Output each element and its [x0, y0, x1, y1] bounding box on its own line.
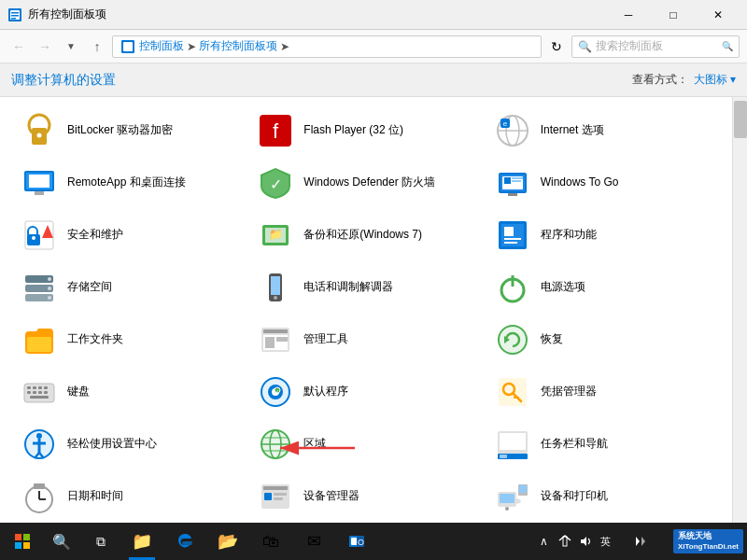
search-icon: 🔍	[578, 40, 592, 53]
control-item-defaultprog[interactable]: ✓默认程序	[247, 366, 484, 418]
svg-point-81	[36, 433, 42, 439]
taskbar-mail[interactable]: ✉	[293, 523, 334, 560]
svg-rect-103	[274, 493, 287, 496]
items-grid: BitLocker 驱动器加密fFlash Player (32 位)eInte…	[11, 105, 721, 523]
security-label: 安全和维护	[67, 228, 123, 243]
keyboard-icon	[21, 373, 58, 411]
control-item-bitlocker[interactable]: BitLocker 驱动器加密	[11, 105, 247, 157]
systray-network[interactable]	[556, 532, 574, 551]
remoteapp-label: RemoteApp 和桌面连接	[67, 175, 186, 190]
systray-lang[interactable]: 英	[597, 532, 615, 551]
control-item-devices[interactable]: 设备和打印机	[485, 470, 721, 523]
svg-rect-39	[504, 227, 514, 236]
taskbar-edge[interactable]	[164, 523, 205, 560]
svg-point-50	[274, 296, 277, 300]
svg-rect-93	[500, 433, 526, 450]
control-item-region[interactable]: 区域	[247, 418, 484, 470]
admintools-label: 管理工具	[303, 332, 348, 347]
systray-volume[interactable]	[576, 532, 595, 551]
control-item-easeaccess[interactable]: 轻松使用设置中心	[11, 418, 247, 470]
defaultprog-icon: ✓	[257, 373, 294, 411]
svg-rect-19	[29, 175, 49, 188]
control-item-flashplayer[interactable]: fFlash Player (32 位)	[247, 105, 484, 157]
control-item-datetime[interactable]: 日期和时间	[11, 470, 247, 523]
control-item-internet[interactable]: eInternet 选项	[485, 105, 721, 157]
view-mode-selector[interactable]: 大图标 ▾	[694, 72, 736, 88]
back-button[interactable]: ←	[7, 35, 30, 58]
control-item-defender[interactable]: ✓Windows Defender 防火墙	[247, 157, 484, 209]
programs-icon	[494, 217, 531, 254]
scrollbar-track[interactable]	[732, 97, 747, 523]
control-item-windowstogo[interactable]: Windows To Go	[485, 157, 721, 209]
title-bar-controls: ─ □ ✕	[607, 0, 740, 30]
credential-icon	[494, 373, 531, 411]
datetime-icon	[21, 478, 58, 515]
systray-time[interactable]	[617, 532, 664, 551]
svg-rect-104	[274, 497, 283, 500]
control-item-remoteapp[interactable]: RemoteApp 和桌面连接	[11, 157, 247, 209]
phone-icon	[257, 269, 294, 306]
control-item-security[interactable]: 安全和维护	[11, 209, 247, 261]
admintools-icon	[257, 321, 294, 358]
svg-rect-20	[35, 191, 44, 195]
credential-label: 凭据管理器	[541, 385, 597, 399]
control-item-power[interactable]: 电源选项	[485, 261, 721, 314]
address-path[interactable]: 控制面板 ➤ 所有控制面板项 ➤	[112, 35, 542, 58]
breadcrumb-segment[interactable]: 控制面板	[139, 38, 184, 54]
svg-rect-106	[500, 494, 514, 503]
control-item-credential[interactable]: 凭据管理器	[485, 366, 721, 418]
refresh-button[interactable]: ↻	[545, 35, 568, 58]
forward-button[interactable]: →	[34, 35, 56, 58]
up-button[interactable]: ↑	[86, 35, 108, 58]
defender-label: Windows Defender 防火墙	[303, 175, 435, 190]
taskbar: 🔍 ⧉ 📁 📂 🛍 ✉ O ∧	[0, 523, 747, 560]
main-content: BitLocker 驱动器加密fFlash Player (32 位)eInte…	[0, 97, 747, 523]
control-item-devicemgr[interactable]: 设备管理器	[247, 470, 484, 523]
control-item-recovery[interactable]: 恢复	[485, 314, 721, 366]
taskbar-folder[interactable]: 📂	[207, 523, 248, 560]
taskbar-explorer[interactable]: 📁	[121, 523, 162, 560]
systray-chevron[interactable]: ∧	[535, 532, 554, 551]
toolbar: 调整计算机的设置 查看方式： 大图标 ▾	[0, 63, 747, 97]
svg-rect-69	[44, 391, 48, 394]
search-box[interactable]: 🔍 搜索控制面板 🔍	[571, 35, 740, 58]
power-icon	[494, 269, 531, 306]
svg-rect-40	[504, 238, 521, 240]
control-item-workfolder[interactable]: 工作文件夹	[11, 314, 247, 366]
scrollbar-thumb[interactable]	[734, 101, 747, 138]
recent-button[interactable]: ▼	[60, 35, 82, 58]
phone-label: 电话和调制解调器	[303, 280, 393, 295]
backup-label: 备份和还原(Windows 7)	[303, 228, 422, 243]
svg-text:f: f	[273, 119, 279, 143]
recovery-label: 恢复	[541, 332, 563, 347]
search-button[interactable]: 🔍	[43, 523, 80, 560]
control-item-admintools[interactable]: 管理工具	[247, 314, 484, 366]
control-item-phone[interactable]: 电话和调制解调器	[247, 261, 484, 314]
taskbar-store[interactable]: 🛍	[250, 523, 291, 560]
minimize-button[interactable]: ─	[607, 0, 650, 30]
control-item-keyboard[interactable]: 键盘	[11, 366, 247, 418]
svg-point-107	[505, 507, 509, 511]
maximize-button[interactable]: □	[652, 0, 695, 30]
svg-rect-27	[512, 180, 521, 182]
svg-marker-126	[581, 537, 586, 546]
task-view-button[interactable]: ⧉	[82, 523, 120, 560]
taskbar-outlook[interactable]: O	[336, 523, 377, 560]
svg-rect-62	[27, 386, 31, 389]
control-item-backup[interactable]: 📁备份和还原(Windows 7)	[247, 209, 484, 261]
flashplayer-label: Flash Player (32 位)	[303, 123, 403, 138]
control-item-programs[interactable]: 程序和功能	[485, 209, 721, 261]
start-button[interactable]	[4, 523, 41, 560]
keyboard-label: 键盘	[67, 385, 90, 399]
backup-icon: 📁	[257, 217, 294, 254]
workfolder-label: 工作文件夹	[67, 332, 123, 347]
svg-rect-26	[512, 177, 523, 179]
svg-rect-68	[38, 391, 42, 394]
breadcrumb-segment-current[interactable]: 所有控制面板项	[199, 38, 277, 54]
internet-label: Internet 选项	[541, 123, 604, 138]
control-item-storage[interactable]: 存储空间	[11, 261, 247, 314]
svg-rect-55	[263, 329, 288, 333]
svg-text:O: O	[358, 538, 364, 547]
control-item-taskbar[interactable]: 任务栏和导航	[485, 418, 721, 470]
close-button[interactable]: ✕	[697, 0, 740, 30]
